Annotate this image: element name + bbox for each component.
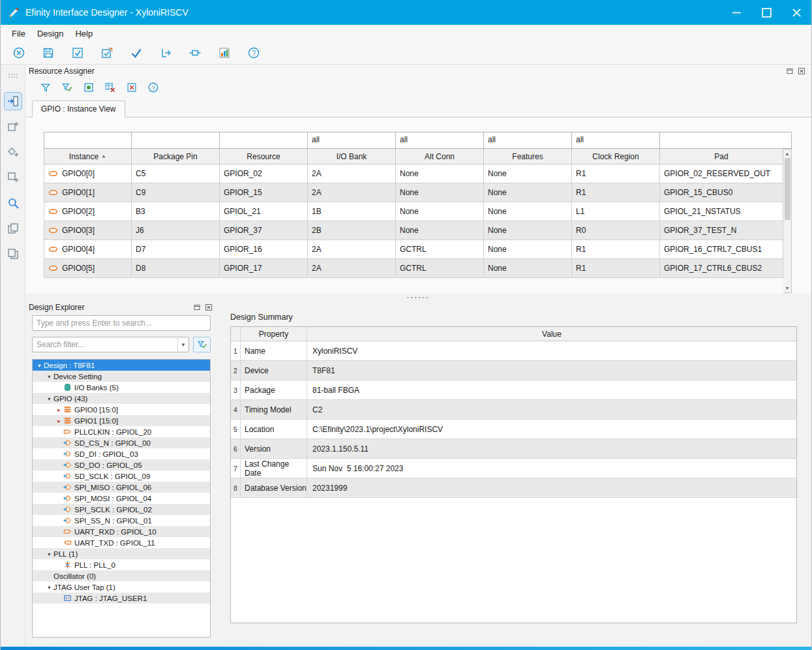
tree-item-uart-txd-gpiol-11[interactable]: UART_TXD : GPIOL_11 xyxy=(33,537,210,548)
table-row[interactable]: GPIO0[2]B3GPIOL_211BNoneNoneL1GPIOL_21_N… xyxy=(44,202,783,221)
filter-instance[interactable] xyxy=(44,132,132,149)
tree-item-jtag-user-tap-1[interactable]: ▾JTAG User Tap (1) xyxy=(33,581,210,593)
board-button[interactable] xyxy=(188,46,202,60)
tree-item-sd-do-gpiol-05[interactable]: SD_DO : GPIOL_05 xyxy=(33,459,210,471)
tree-item-uart-rxd-gpiol-10[interactable]: UART_RXD : GPIOL_10 xyxy=(33,526,210,537)
column-header-instance[interactable]: Instance xyxy=(44,149,132,164)
help-button[interactable]: ? xyxy=(147,81,160,94)
duplicate-view-button[interactable] xyxy=(5,245,22,262)
close-project-button[interactable] xyxy=(12,46,26,60)
column-header-package-pin[interactable]: Package Pin xyxy=(132,149,220,164)
copy-view-button[interactable] xyxy=(5,220,22,237)
export-design-button[interactable] xyxy=(158,46,173,60)
expander-down-icon[interactable]: ▾ xyxy=(45,584,53,591)
expander-right-icon[interactable]: ▸ xyxy=(55,407,63,413)
search-button[interactable] xyxy=(5,194,22,211)
tree-item-spi-ss-n-gpiol-01[interactable]: SPI_SS_N : GPIOL_01 xyxy=(33,515,210,526)
tree-item-device-setting[interactable]: ▾Device Setting xyxy=(33,371,210,382)
scroll-down-arrow[interactable]: ▼ xyxy=(785,284,790,292)
save-button[interactable] xyxy=(41,46,55,60)
add-instance-button[interactable] xyxy=(5,118,22,135)
tree-item-sd-di-gpiol-03[interactable]: SD_DI : GPIOL_03 xyxy=(33,448,210,459)
menu-file[interactable]: File xyxy=(6,27,31,40)
horizontal-splitter[interactable]: •••••• xyxy=(25,293,811,301)
resource-assigner-dock-button[interactable] xyxy=(5,93,22,110)
summary-col-value[interactable]: Value xyxy=(307,327,796,341)
maximize-button[interactable] xyxy=(751,0,781,25)
minimize-button[interactable] xyxy=(721,0,751,25)
clear-filter-button[interactable] xyxy=(104,81,117,94)
table-row[interactable]: GPIO0[5]D8GPIOR_172AGCTRLNoneR1GPIOR_17_… xyxy=(44,259,783,278)
summary-col-property[interactable]: Property xyxy=(241,327,307,341)
apply-filter-button[interactable] xyxy=(193,337,211,352)
expander-down-icon[interactable]: ▾ xyxy=(45,395,53,402)
table-row[interactable]: GPIO0[0]C5GPIOR_022ANoneNoneR1GPIOR_02_R… xyxy=(44,164,783,183)
tree-item-sd-sclk-gpiol-09[interactable]: SD_SCLK : GPIOL_09 xyxy=(33,471,210,482)
recheck-design-button[interactable] xyxy=(100,46,114,60)
filter-features[interactable]: all xyxy=(484,132,572,149)
tree-item-design-t8f81[interactable]: ▾Design : T8F81 xyxy=(33,360,210,371)
filter-package-pin[interactable] xyxy=(132,132,220,149)
tree-item-jtag-jtag-user1[interactable]: JTAG : JTAG_USER1 xyxy=(33,593,210,604)
expander-down-icon[interactable]: ▾ xyxy=(45,373,53,380)
filter-pad[interactable] xyxy=(660,132,792,149)
column-header-clock-region[interactable]: Clock Region xyxy=(572,149,660,164)
scroll-up-arrow[interactable]: ▲ xyxy=(785,149,790,158)
column-header-resource[interactable]: Resource xyxy=(220,149,308,164)
column-header-alt-conn[interactable]: Alt Conn xyxy=(396,149,484,164)
add-block-button[interactable] xyxy=(5,169,22,186)
menu-design[interactable]: Design xyxy=(31,27,69,40)
search-filter-input[interactable] xyxy=(33,337,177,352)
help-button[interactable]: ? xyxy=(247,46,261,60)
summary-row-database-version[interactable]: 8Database Version20231999 xyxy=(231,478,796,498)
summary-row-timing-model[interactable]: 4Timing ModelC2 xyxy=(231,400,796,420)
close-panel-button[interactable] xyxy=(203,303,213,313)
table-row[interactable]: GPIO0[3]J6GPIOR_372BNoneNoneR0GPIOR_37_T… xyxy=(44,221,783,240)
summary-row-location[interactable]: 5LocationC:\Efinity\2023.1\project\Xylon… xyxy=(231,420,796,439)
menu-help[interactable]: Help xyxy=(69,27,98,40)
column-header-pad[interactable]: Pad xyxy=(660,149,783,164)
summary-row-version[interactable]: 6Version2023.1.150.5.11 xyxy=(231,439,796,459)
table-row[interactable]: GPIO0[1]C9GPIOR_152ANoneNoneR1GPIOR_15_C… xyxy=(44,183,783,202)
check-design-button[interactable] xyxy=(70,46,85,60)
tree-item-gpio-43[interactable]: ▾GPIO (43) xyxy=(33,393,210,404)
vertical-scrollbar[interactable]: ▲ ▼ xyxy=(783,149,792,293)
tree-item-pllclkin-gpiol-20[interactable]: PLLCLKIN : GPIOL_20 xyxy=(33,426,210,437)
search-input[interactable] xyxy=(32,315,211,331)
filter-resource[interactable] xyxy=(220,132,308,149)
expander-right-icon[interactable]: ▸ xyxy=(55,418,63,424)
delete-filter-button[interactable] xyxy=(125,81,138,94)
tree-item-gpio0-15-0[interactable]: ▸GPIO0 [15:0] xyxy=(33,404,210,415)
add-connection-button[interactable] xyxy=(5,144,22,161)
filter-button[interactable] xyxy=(39,81,52,94)
summary-row-name[interactable]: 1NameXyloniRISCV xyxy=(231,341,796,361)
validate-button[interactable] xyxy=(129,46,143,60)
tree-item-i-o-banks-5[interactable]: I/O Banks (5) xyxy=(33,382,210,393)
filter-alt-conn[interactable]: all xyxy=(396,132,484,149)
summary-row-package[interactable]: 3Package81-ball FBGA xyxy=(231,380,796,400)
close-panel-button[interactable] xyxy=(796,67,806,76)
snapshot-button[interactable] xyxy=(82,81,95,94)
filter-check-button[interactable] xyxy=(61,81,74,94)
table-row[interactable]: GPIO0[4]D7GPIOR_162AGCTRLNoneR1GPIOR_16_… xyxy=(44,240,783,259)
dock-grip-button[interactable] xyxy=(5,67,22,84)
tab-gpio-instance-view[interactable]: GPIO : Instance View xyxy=(32,101,125,117)
tree-item-spi-sclk-gpiol-02[interactable]: SPI_SCLK : GPIOL_02 xyxy=(33,504,210,515)
expander-down-icon[interactable]: ▾ xyxy=(35,362,44,369)
float-panel-button[interactable] xyxy=(192,303,202,313)
report-button[interactable] xyxy=(217,46,232,60)
tree-item-spi-miso-gpiol-06[interactable]: SPI_MISO : GPIOL_06 xyxy=(33,482,210,493)
expander-down-icon[interactable]: ▾ xyxy=(45,551,53,557)
filter-clock-region[interactable]: all xyxy=(572,132,660,149)
tree-item-pll-1[interactable]: ▾PLL (1) xyxy=(33,548,210,559)
tree-item-gpio1-15-0[interactable]: ▸GPIO1 [15:0] xyxy=(33,415,210,426)
column-header-i-o-bank[interactable]: I/O Bank xyxy=(308,149,396,164)
close-button[interactable] xyxy=(781,0,811,25)
summary-row-device[interactable]: 2DeviceT8F81 xyxy=(231,361,796,380)
filter-i-o-bank[interactable]: all xyxy=(308,132,396,149)
scroll-thumb[interactable] xyxy=(785,158,790,220)
summary-row-last-change-date[interactable]: 7Last Change DateSun Nov 5 16:00:27 2023 xyxy=(231,459,796,478)
tree-item-oscillator-0[interactable]: Oscillator (0) xyxy=(33,570,210,581)
column-header-features[interactable]: Features xyxy=(484,149,572,164)
float-panel-button[interactable] xyxy=(785,67,794,76)
